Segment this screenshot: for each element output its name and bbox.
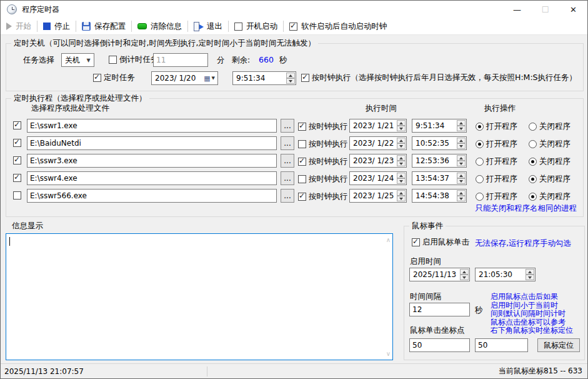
close-program-radio[interactable]: 关闭程序 bbox=[529, 156, 571, 167]
row-clock-checkbox-box[interactable] bbox=[298, 175, 306, 183]
info-display-textarea[interactable]: ∧ ∨ bbox=[6, 233, 393, 360]
row-clock-checkbox-box[interactable] bbox=[298, 123, 306, 131]
row-date-picker[interactable]: 2023/ 1/21 bbox=[349, 119, 407, 133]
row-time-picker[interactable]: 10:52:35 bbox=[412, 136, 467, 150]
date-spinner[interactable] bbox=[397, 190, 406, 202]
auto-clock-checkbox[interactable]: 软件启动后自动启动时钟 bbox=[284, 18, 393, 34]
row-clock-checkbox[interactable]: 按时钟执行 bbox=[298, 121, 348, 132]
time-spinner[interactable] bbox=[457, 137, 466, 149]
open-program-radio[interactable]: 打开程序 bbox=[476, 156, 517, 167]
close-program-radio[interactable]: 关闭程序 bbox=[529, 191, 571, 202]
program-path-input[interactable] bbox=[27, 119, 277, 133]
row-date-picker[interactable]: 2023/ 1/25 bbox=[349, 189, 407, 203]
program-path-input[interactable] bbox=[27, 136, 277, 150]
close-radio-circle[interactable] bbox=[529, 158, 537, 166]
mouse-date-picker[interactable]: 2025/11/13 bbox=[409, 268, 470, 281]
row-clock-checkbox-box[interactable] bbox=[298, 193, 306, 201]
open-radio-circle[interactable] bbox=[476, 158, 484, 166]
coord-x-input[interactable] bbox=[409, 338, 470, 352]
boot-start-checkbox-box[interactable] bbox=[234, 23, 242, 31]
close-button[interactable]: ✕ bbox=[559, 1, 587, 18]
row-clock-checkbox[interactable]: 按时钟执行 bbox=[298, 139, 348, 149]
time-spinner[interactable] bbox=[526, 268, 535, 281]
minimize-button[interactable]: — bbox=[503, 1, 531, 18]
time-spinner[interactable] bbox=[457, 172, 466, 184]
close-radio-circle[interactable] bbox=[529, 193, 537, 201]
maximize-button[interactable]: ☐ bbox=[531, 1, 559, 18]
row-date-picker[interactable]: 2023/ 1/24 bbox=[349, 171, 407, 185]
scroll-up-icon[interactable]: ∧ bbox=[386, 236, 391, 243]
boot-start-checkbox[interactable]: 开机启动 bbox=[229, 18, 283, 34]
clock-exec-checkbox-box[interactable] bbox=[301, 74, 309, 82]
row-time-picker[interactable]: 13:54:37 bbox=[412, 171, 467, 185]
row-clock-checkbox-box[interactable] bbox=[298, 140, 306, 148]
stop-button[interactable]: 停止 bbox=[37, 18, 76, 34]
close-radio-circle[interactable] bbox=[529, 140, 537, 148]
program-path-input[interactable] bbox=[27, 154, 277, 168]
auto-clock-checkbox-box[interactable] bbox=[289, 23, 297, 31]
countdown-task-checkbox[interactable]: 倒计时任务 bbox=[109, 54, 159, 65]
time-spinner[interactable] bbox=[457, 119, 466, 132]
countdown-minutes-input[interactable] bbox=[153, 53, 208, 67]
close-program-radio[interactable]: 关闭程序 bbox=[529, 174, 571, 184]
clear-info-button[interactable]: 清除信息 bbox=[132, 18, 187, 34]
spin-down-icon[interactable] bbox=[286, 78, 295, 84]
enable-mouse-checkbox-box[interactable] bbox=[412, 238, 420, 246]
calendar-dropdown-button[interactable]: ▦ ▼ bbox=[201, 75, 217, 82]
spin-up-icon[interactable] bbox=[286, 73, 295, 78]
enable-mouse-click-checkbox[interactable]: 启用鼠标单击 bbox=[412, 237, 469, 248]
browse-button[interactable]: ... bbox=[281, 119, 294, 133]
start-button[interactable]: 开始 bbox=[1, 18, 37, 34]
close-program-radio[interactable]: 关闭程序 bbox=[529, 139, 571, 149]
close-radio-circle[interactable] bbox=[529, 123, 537, 131]
date-spinner[interactable] bbox=[397, 172, 406, 184]
row-clock-checkbox-box[interactable] bbox=[298, 158, 306, 166]
open-program-radio[interactable]: 打开程序 bbox=[476, 139, 517, 149]
date-spinner[interactable] bbox=[397, 119, 406, 132]
row-date-picker[interactable]: 2023/ 1/22 bbox=[349, 136, 407, 150]
row-time-picker[interactable]: 12:53:36 bbox=[412, 154, 467, 168]
program-path-input[interactable] bbox=[27, 189, 277, 203]
close-program-radio[interactable]: 关闭程序 bbox=[529, 121, 571, 132]
scroll-down-icon[interactable]: ∨ bbox=[386, 350, 391, 357]
program-path-input[interactable] bbox=[27, 171, 277, 185]
countdown-checkbox-box[interactable] bbox=[109, 56, 117, 64]
browse-button[interactable]: ... bbox=[281, 154, 294, 168]
open-program-radio[interactable]: 打开程序 bbox=[476, 191, 517, 202]
row-enable-checkbox[interactable] bbox=[13, 191, 21, 200]
open-radio-circle[interactable] bbox=[476, 123, 484, 131]
row-date-picker[interactable]: 2023/ 1/23 bbox=[349, 154, 407, 168]
clock-exec-checkbox[interactable]: 按时钟执行（选择按时钟执行后年月日选择无效，每天按照H:M:S执行任务） bbox=[301, 73, 577, 83]
date-spinner[interactable] bbox=[460, 268, 469, 281]
coord-y-input[interactable] bbox=[475, 338, 528, 352]
timed-task-checkbox-box[interactable] bbox=[93, 74, 101, 82]
shutdown-time-picker[interactable]: 9:51:34 bbox=[232, 71, 296, 85]
open-radio-circle[interactable] bbox=[476, 175, 484, 183]
mouse-time-picker[interactable]: 21:05:30 bbox=[475, 268, 536, 281]
row-clock-checkbox[interactable]: 按时钟执行 bbox=[298, 174, 348, 184]
row-enable-checkbox[interactable] bbox=[13, 156, 21, 164]
row-clock-checkbox[interactable]: 按时钟执行 bbox=[298, 156, 348, 167]
close-radio-circle[interactable] bbox=[529, 175, 537, 183]
row-enable-checkbox[interactable] bbox=[13, 139, 21, 147]
open-program-radio[interactable]: 打开程序 bbox=[476, 174, 517, 184]
browse-button[interactable]: ... bbox=[281, 136, 294, 150]
row-time-picker[interactable]: 9:51:34 bbox=[412, 119, 467, 133]
timed-task-checkbox[interactable]: 定时任务 bbox=[93, 73, 135, 83]
row-enable-checkbox[interactable] bbox=[13, 121, 21, 129]
date-spinner[interactable] bbox=[397, 154, 406, 167]
time-spinner[interactable] bbox=[457, 154, 466, 167]
browse-button[interactable]: ... bbox=[281, 171, 294, 185]
mouse-locate-button[interactable]: 鼠标定位 bbox=[537, 338, 580, 352]
interval-input[interactable] bbox=[409, 303, 470, 316]
open-radio-circle[interactable] bbox=[476, 140, 484, 148]
date-spinner[interactable] bbox=[397, 137, 406, 149]
row-clock-checkbox[interactable]: 按时钟执行 bbox=[298, 191, 348, 202]
open-radio-circle[interactable] bbox=[476, 193, 484, 201]
time-spinner[interactable] bbox=[286, 72, 296, 84]
row-time-picker[interactable]: 14:54:38 bbox=[412, 189, 467, 203]
row-enable-checkbox[interactable] bbox=[13, 174, 21, 182]
exit-button[interactable]: 退出 bbox=[188, 18, 228, 34]
time-spinner[interactable] bbox=[457, 190, 466, 202]
task-select-combobox[interactable]: 关机 ▼ bbox=[61, 53, 94, 67]
